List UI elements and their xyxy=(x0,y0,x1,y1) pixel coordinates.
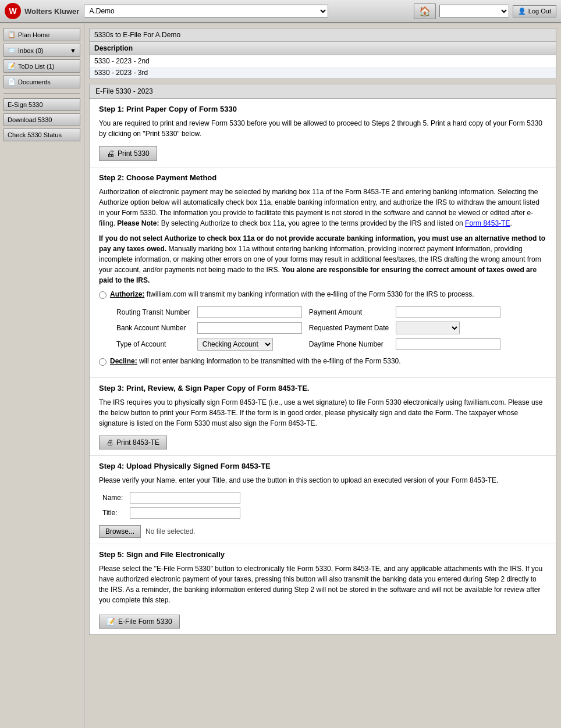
plan-home-label: Plan Home xyxy=(18,31,49,38)
no-file-text: No file selected. xyxy=(145,527,195,536)
col-description: Description xyxy=(90,42,556,55)
form-8453-te-link[interactable]: Form 8453-TE xyxy=(465,219,510,227)
decline-text: Decline: will not enter banking informat… xyxy=(110,357,401,365)
todo-button[interactable]: 📝 ToDo List (1) xyxy=(3,59,80,73)
brand-name: Wolters Kluwer xyxy=(24,7,79,16)
documents-icon: 📄 xyxy=(8,78,16,85)
step2-note-text: By selecting Authorize to check box 11a,… xyxy=(161,219,465,227)
user-dropdown[interactable]: A.Demo xyxy=(84,5,328,17)
step4-heading: Step 4: Upload Physically Signed Form 84… xyxy=(99,462,546,470)
download-button[interactable]: Download 5330 xyxy=(3,113,80,126)
efile-form-5330-button[interactable]: 📝 E-File Form 5330 xyxy=(99,615,180,629)
logo: W Wolters Kluwer xyxy=(5,3,79,19)
step2-section: Step 2: Choose Payment Method Authorizat… xyxy=(90,167,556,378)
decline-bold-label: Decline: xyxy=(110,357,137,365)
authorize-bold-label: Authorize: xyxy=(110,290,144,298)
documents-button[interactable]: 📄 Documents xyxy=(3,75,80,88)
step5-text: Please select the "E-File Form 5330" but… xyxy=(99,563,546,605)
print-5330-label: Print 5330 xyxy=(118,149,150,158)
browse-button[interactable]: Browse... xyxy=(99,525,141,538)
step1-text: You are required to print and review For… xyxy=(99,118,546,139)
table-row: 5330 - 2023 - 3rd xyxy=(90,67,556,78)
daytime-phone-input[interactable] xyxy=(396,338,500,350)
bank-account-input[interactable] xyxy=(197,322,302,334)
efile-table: Description 5330 - 2023 - 2nd5330 - 2023… xyxy=(90,42,556,78)
authorize-radio[interactable] xyxy=(99,291,106,299)
inbox-arrow-icon: ▼ xyxy=(68,47,76,54)
inbox-label: Inbox (0) xyxy=(18,47,65,54)
step2-bold-note: Please Note: xyxy=(117,219,159,227)
inbox-icon: 📨 xyxy=(8,47,16,54)
inbox-button[interactable]: 📨 Inbox (0) ▼ xyxy=(3,44,80,57)
nav-dropdown[interactable] xyxy=(439,5,509,17)
payment-date-label: Requested Payment Date xyxy=(306,320,392,336)
main-layout: 📋 Plan Home 📨 Inbox (0) ▼ 📝 ToDo List (1… xyxy=(0,23,561,728)
decline-radio[interactable] xyxy=(99,358,106,366)
home-button[interactable]: 🏠 xyxy=(414,3,436,19)
logout-label: Log Out xyxy=(528,8,551,15)
print-8453-label: Print 8453-TE xyxy=(116,438,159,447)
payment-amount-label: Payment Amount xyxy=(306,305,392,320)
routing-label: Routing Transit Number xyxy=(113,305,194,320)
payment-date-select[interactable] xyxy=(396,322,460,334)
documents-label: Documents xyxy=(18,78,51,85)
routing-input[interactable] xyxy=(197,306,302,318)
step1-heading: Step 1: Print Paper Copy of Form 5330 xyxy=(99,105,546,113)
todo-label: ToDo List (1) xyxy=(18,63,54,70)
decline-desc: will not enter banking information to be… xyxy=(139,357,401,365)
daytime-phone-label: Daytime Phone Number xyxy=(306,336,392,352)
name-title-grid: Name: Title: xyxy=(99,490,546,520)
step1-section: Step 1: Print Paper Copy of Form 5330 Yo… xyxy=(90,99,556,167)
esign-label: E-Sign 5330 xyxy=(8,101,43,108)
step4-text: Please verify your Name, enter your Titl… xyxy=(99,475,546,486)
plan-home-icon: 📋 xyxy=(8,31,16,38)
efile-header-title: 5330s to E-File For A.Demo xyxy=(90,28,556,42)
main-box-title: E-File 5330 - 2023 xyxy=(90,84,556,99)
title-input[interactable] xyxy=(130,507,240,519)
print-8453-icon: 🖨 xyxy=(106,438,113,447)
authorize-label: Authorize: ftwilliam.com will transmit m… xyxy=(110,290,474,298)
sidebar-divider xyxy=(3,93,80,94)
step2-para2: If you do not select Authorize to check … xyxy=(99,233,546,286)
logout-button[interactable]: 👤 Log Out xyxy=(513,5,556,17)
row-description: 5330 - 2023 - 2nd xyxy=(90,55,556,67)
plan-home-button[interactable]: 📋 Plan Home xyxy=(3,28,80,41)
content-area: 5330s to E-File For A.Demo Description 5… xyxy=(84,23,561,728)
step3-text: The IRS requires you to physically sign … xyxy=(99,397,546,429)
table-row: 5330 - 2023 - 2nd xyxy=(90,55,556,67)
logout-icon: 👤 xyxy=(518,8,526,15)
step2-para1: Authorization of electronic payment may … xyxy=(99,187,546,229)
bank-account-label: Bank Account Number xyxy=(113,320,194,336)
main-box: E-File 5330 - 2023 Step 1: Print Paper C… xyxy=(89,84,556,635)
account-type-select[interactable]: Checking Account xyxy=(197,338,273,351)
logo-icon: W xyxy=(5,3,21,19)
sidebar: 📋 Plan Home 📨 Inbox (0) ▼ 📝 ToDo List (1… xyxy=(0,23,84,728)
payment-amount-input[interactable] xyxy=(396,306,500,318)
efile-icon: 📝 xyxy=(106,618,115,626)
topbar-right: 🏠 👤 Log Out xyxy=(414,3,556,19)
print-5330-button[interactable]: 🖨 Print 5330 xyxy=(99,146,157,161)
banking-grid: Routing Transit Number Payment Amount Ba… xyxy=(113,305,546,352)
esign-button[interactable]: E-Sign 5330 xyxy=(3,98,80,111)
name-label: Name: xyxy=(99,490,126,505)
account-type-label: Type of Account xyxy=(113,336,194,352)
printer-icon: 🖨 xyxy=(106,149,115,158)
download-label: Download 5330 xyxy=(8,116,52,123)
check-status-button[interactable]: Check 5330 Status xyxy=(3,129,80,141)
todo-icon: 📝 xyxy=(8,62,16,70)
check-status-label: Check 5330 Status xyxy=(8,131,62,138)
efile-label: E-File Form 5330 xyxy=(118,618,172,626)
name-input[interactable] xyxy=(130,492,240,504)
topbar: W Wolters Kluwer A.Demo 🏠 👤 Log Out xyxy=(0,0,561,23)
browse-row: Browse... No file selected. xyxy=(99,525,546,538)
home-icon: 🏠 xyxy=(419,6,431,17)
print-8453-button[interactable]: 🖨 Print 8453-TE xyxy=(99,436,167,449)
title-label: Title: xyxy=(99,505,126,520)
step5-section: Step 5: Sign and File Electronically Ple… xyxy=(90,544,556,634)
step5-heading: Step 5: Sign and File Electronically xyxy=(99,550,546,559)
step3-heading: Step 3: Print, Review, & Sign Paper Copy… xyxy=(99,384,546,392)
banking-table: Routing Transit Number Payment Amount Ba… xyxy=(113,305,504,352)
browse-label: Browse... xyxy=(105,527,134,536)
step2-heading: Step 2: Choose Payment Method xyxy=(99,173,546,182)
step4-section: Step 4: Upload Physically Signed Form 84… xyxy=(90,456,556,544)
